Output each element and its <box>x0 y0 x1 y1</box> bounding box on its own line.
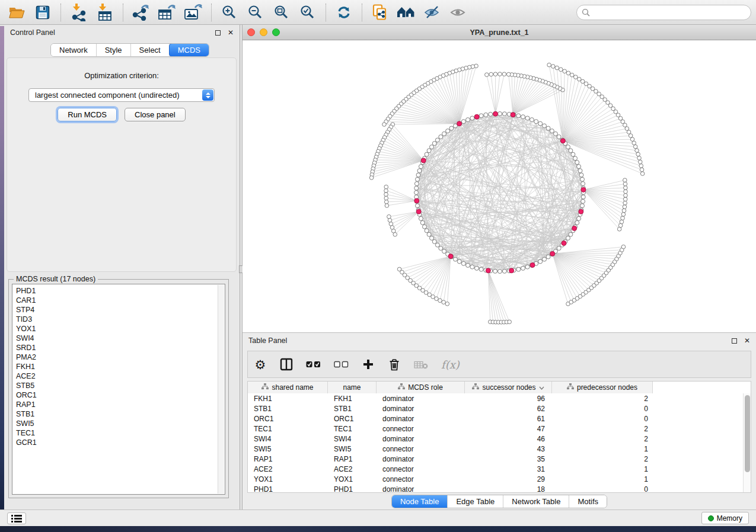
mcds-result-list[interactable]: PHD1CAR1STP4TID3YOX1SWI4SRD1PMA2FKH1ACE2… <box>12 284 225 495</box>
export-table-icon[interactable] <box>155 2 179 23</box>
zoom-fit-icon[interactable] <box>270 2 294 23</box>
zoom-in-icon[interactable] <box>218 2 241 23</box>
mcds-result-item[interactable]: SWI5 <box>16 419 221 428</box>
mcds-result-item[interactable]: PMA2 <box>16 352 221 362</box>
search-field[interactable] <box>576 5 751 20</box>
tab-edge-table[interactable]: Edge Table <box>448 495 503 508</box>
export-network-icon[interactable] <box>129 2 153 23</box>
table-scrollbar[interactable] <box>743 393 751 492</box>
node-table: shared namenameMCDS rolesuccessor nodesp… <box>247 381 751 493</box>
close-panel-icon[interactable]: ✕ <box>744 336 750 345</box>
tab-node-table[interactable]: Node Table <box>392 495 448 508</box>
table-row[interactable]: SWI4SWI4dominator462 <box>248 434 743 444</box>
table-row[interactable]: YOX1YOX1connector291 <box>248 474 743 484</box>
mcds-result-item[interactable]: FKH1 <box>16 362 221 371</box>
search-input[interactable] <box>593 8 751 17</box>
tab-mcds[interactable]: MCDS <box>169 43 209 57</box>
mcds-result-item[interactable]: RAP1 <box>16 400 221 409</box>
table-row[interactable]: PHD1PHD1dominator180 <box>248 484 743 492</box>
mcds-result-item[interactable]: CAR1 <box>16 296 221 305</box>
desktop-wallpaper <box>0 526 756 532</box>
mcds-result-item[interactable]: ORC1 <box>16 390 221 400</box>
table-row[interactable]: ORC1ORC1dominator610 <box>248 414 743 424</box>
refresh-icon[interactable] <box>332 2 356 23</box>
memory-button[interactable]: Memory <box>701 512 749 524</box>
scrollbar-thumb[interactable] <box>745 395 750 472</box>
show-all-icon[interactable] <box>446 2 470 23</box>
toolbar-separator <box>362 4 362 21</box>
open-file-icon[interactable] <box>5 2 28 23</box>
task-history-button[interactable] <box>7 512 26 524</box>
column-header-shared-name[interactable]: shared name <box>248 382 328 393</box>
tab-select[interactable]: Select <box>131 44 170 56</box>
column-header-name[interactable]: name <box>328 382 377 393</box>
mcds-result-group: MCDS result (17 nodes) PHD1CAR1STP4TID3Y… <box>8 279 229 498</box>
table-toolbar: ⚙ f(x) <box>247 351 751 378</box>
tab-network-table[interactable]: Network Table <box>503 495 569 508</box>
memory-status-icon <box>708 515 714 521</box>
mcds-result-item[interactable]: YOX1 <box>16 324 221 334</box>
float-panel-icon[interactable] <box>215 30 221 36</box>
mcds-result-title: MCDS result (17 nodes) <box>14 275 98 283</box>
import-network-icon[interactable] <box>67 2 91 23</box>
delete-icon[interactable] <box>388 358 401 371</box>
function-builder-icon: f(x) <box>441 358 460 371</box>
mcds-result-item[interactable]: GCR1 <box>16 438 221 447</box>
shared-column-icon <box>567 383 574 392</box>
window-minimize-icon[interactable] <box>260 28 267 36</box>
mcds-result-item[interactable]: STP4 <box>16 305 221 315</box>
column-header-MCDS-role[interactable]: MCDS role <box>377 382 465 393</box>
table-row[interactable]: ACE2ACE2connector311 <box>248 464 743 474</box>
control-panel: Control Panel ✕ NetworkStyleSelectMCDS O… <box>4 25 240 509</box>
zoom-out-icon[interactable] <box>244 2 267 23</box>
add-column-icon[interactable] <box>362 358 375 370</box>
table-tabs: Node TableEdge TableNetwork TableMotifs <box>243 495 756 508</box>
import-table-icon[interactable] <box>93 2 117 23</box>
table-row[interactable]: TEC1TEC1connector472 <box>248 424 743 434</box>
tab-network[interactable]: Network <box>51 44 97 56</box>
close-panel-button[interactable]: Close panel <box>125 108 186 121</box>
delete-table-icon <box>414 360 428 369</box>
save-session-icon[interactable] <box>31 2 55 23</box>
tab-style[interactable]: Style <box>97 44 131 56</box>
mcds-list-scrollbar[interactable] <box>218 285 224 493</box>
gear-icon[interactable]: ⚙ <box>254 358 267 371</box>
export-image-icon[interactable] <box>181 2 205 23</box>
desktop-wallpaper <box>0 26 4 526</box>
float-panel-icon[interactable] <box>732 338 737 344</box>
mcds-result-item[interactable]: STB5 <box>16 381 221 390</box>
mcds-result-item[interactable]: TEC1 <box>16 428 221 438</box>
table-row[interactable]: SWI5SWI5connector431 <box>248 444 743 454</box>
select-all-icon[interactable] <box>306 361 321 368</box>
optimization-criterion-label: Optimization criterion: <box>7 71 236 80</box>
mcds-result-item[interactable]: TID3 <box>16 315 221 324</box>
tab-motifs[interactable]: Motifs <box>569 495 607 508</box>
table-row[interactable]: FKH1FKH1dominator962 <box>248 393 743 403</box>
shared-column-icon <box>472 383 479 392</box>
column-header-successor-nodes[interactable]: successor nodes <box>465 382 552 393</box>
toolbar-separator <box>123 4 123 21</box>
table-row[interactable]: RAP1RAP1dominator352 <box>248 454 743 464</box>
mcds-result-item[interactable]: STB1 <box>16 409 221 419</box>
run-mcds-button[interactable]: Run MCDS <box>58 108 117 121</box>
mcds-result-item[interactable]: SRD1 <box>16 343 221 352</box>
split-view-icon[interactable] <box>280 358 293 371</box>
first-neighbors-icon[interactable] <box>394 2 418 23</box>
mcds-result-item[interactable]: PHD1 <box>16 286 221 296</box>
mcds-result-item[interactable]: ACE2 <box>16 371 221 381</box>
network-view[interactable] <box>243 40 756 332</box>
clone-network-icon[interactable] <box>368 2 392 23</box>
table-row[interactable]: STB1STB1dominator620 <box>248 403 743 414</box>
column-header-predecessor-nodes[interactable]: predecessor nodes <box>552 382 653 393</box>
window-close-icon[interactable] <box>247 28 255 36</box>
network-window-titlebar[interactable]: YPA_prune.txt_1 <box>243 25 756 40</box>
main-toolbar <box>0 0 756 25</box>
hide-selected-icon[interactable] <box>420 2 444 23</box>
toolbar-separator <box>211 4 212 21</box>
criterion-dropdown[interactable]: largest connected component (undirected) <box>28 88 215 102</box>
zoom-selected-icon[interactable] <box>296 2 320 23</box>
deselect-all-icon[interactable] <box>334 361 349 368</box>
close-panel-icon[interactable]: ✕ <box>228 28 234 37</box>
window-zoom-icon[interactable] <box>272 28 280 36</box>
mcds-result-item[interactable]: SWI4 <box>16 334 221 343</box>
